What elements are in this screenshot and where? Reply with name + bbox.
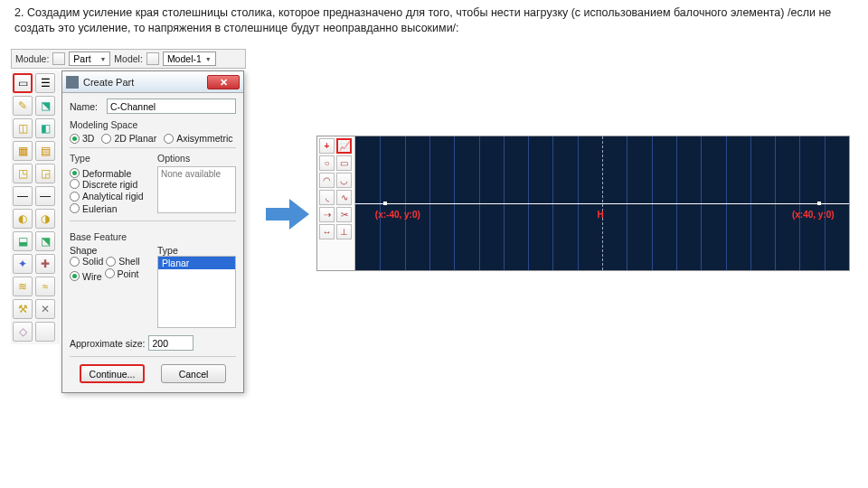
- tool-btn[interactable]: ≋: [13, 277, 33, 296]
- model-label: Model:: [114, 53, 143, 64]
- tool-btn[interactable]: ◳: [13, 164, 33, 183]
- spline-tool[interactable]: ∿: [336, 190, 352, 205]
- circle-tool[interactable]: ○: [319, 155, 335, 171]
- line-tool[interactable]: 📈: [336, 138, 352, 154]
- radio-analytical-rigid[interactable]: Analytical rigid: [70, 191, 144, 202]
- radio-deformable[interactable]: Deformable: [70, 168, 131, 179]
- tool-btn[interactable]: ⬔: [35, 96, 55, 116]
- radio-axisymmetric[interactable]: Axisymmetric: [164, 133, 232, 144]
- dialog-title: Create Part: [83, 77, 207, 88]
- continue-button[interactable]: Continue...: [80, 364, 145, 383]
- tool-btn[interactable]: ◇: [13, 322, 33, 342]
- tool-btn[interactable]: ◲: [35, 164, 55, 183]
- type2-label: Type: [157, 245, 236, 256]
- shape-label: Shape: [70, 245, 148, 256]
- part-manager-button[interactable]: ☰: [35, 73, 55, 93]
- tool-btn[interactable]: ✦: [13, 254, 33, 274]
- endpoint-left: [383, 202, 387, 205]
- radio-3d[interactable]: 3D: [70, 133, 94, 144]
- radio-solid[interactable]: Solid: [70, 256, 103, 267]
- tool-btn[interactable]: ✎: [13, 96, 33, 116]
- module-value: Part: [73, 53, 90, 64]
- radio-2d-planar[interactable]: 2D Planar: [101, 133, 156, 144]
- constraint-tool[interactable]: ⊥: [336, 224, 352, 239]
- tool-btn[interactable]: ✚: [35, 254, 55, 274]
- dialog-icon: [66, 76, 79, 89]
- options-box: None available: [157, 166, 236, 213]
- radio-wire[interactable]: Wire: [70, 271, 102, 282]
- tool-btn[interactable]: —: [13, 186, 33, 206]
- wire-line: [355, 203, 849, 204]
- sketch-canvas[interactable]: (x:-40, y:0) (x:40, y:0) H: [355, 136, 849, 270]
- base-feature-label: Base Feature: [70, 231, 236, 242]
- tool-btn[interactable]: ⬓: [13, 231, 33, 251]
- tool-btn[interactable]: ◐: [13, 209, 33, 229]
- radio-point[interactable]: Point: [105, 268, 139, 279]
- endpoint-right: [817, 202, 821, 205]
- cancel-button[interactable]: Cancel: [161, 364, 226, 383]
- type-list[interactable]: Planar: [157, 256, 236, 328]
- offset-tool[interactable]: ⇢: [319, 207, 335, 222]
- tool-btn[interactable]: ⚒: [13, 299, 33, 319]
- tool-btn[interactable]: ◑: [35, 209, 55, 229]
- radio-eulerian[interactable]: Eulerian: [70, 203, 118, 214]
- name-label: Name:: [70, 101, 102, 112]
- tool-btn[interactable]: ◫: [13, 118, 33, 138]
- module-select[interactable]: Part▼: [69, 52, 110, 66]
- fillet-tool[interactable]: ◟: [319, 190, 335, 205]
- model-value: Model-1: [167, 53, 202, 64]
- h-constraint: H: [598, 210, 604, 220]
- chevron-down-icon: ▼: [205, 56, 212, 62]
- modeling-space-label: Modeling Space: [70, 119, 236, 130]
- create-part-button[interactable]: ▭: [13, 73, 33, 93]
- approx-size-input[interactable]: [148, 335, 193, 351]
- rect-tool[interactable]: ▭: [336, 155, 352, 171]
- part-toolbox: ▭☰ ✎⬔ ◫◧ ▦▤ ◳◲ —— ◐◑ ⬓⬔ ✦✚ ≋≈ ⚒✕ ◇: [11, 70, 60, 344]
- tool-btn[interactable]: ⬔: [35, 231, 55, 251]
- module-label: Module:: [15, 53, 49, 64]
- model-select[interactable]: Model-1▼: [163, 52, 216, 66]
- create-part-dialog: Create Part ✕ Name: Modeling Space 3D 2D…: [61, 70, 244, 393]
- instruction-text: 2. Создадим усиление края столешницы сто…: [14, 5, 854, 36]
- tool-btn[interactable]: ▤: [35, 141, 55, 161]
- model-icon: [146, 52, 159, 65]
- arrow-icon: [266, 199, 309, 230]
- radio-discrete-rigid[interactable]: Discrete rigid: [70, 179, 137, 190]
- approx-size-label: Approximate size:: [70, 338, 145, 349]
- tool-btn[interactable]: ≈: [35, 277, 55, 296]
- close-button[interactable]: ✕: [207, 75, 240, 89]
- name-input[interactable]: [107, 99, 236, 114]
- point-tool[interactable]: +: [319, 138, 335, 154]
- tool-btn[interactable]: ▦: [13, 141, 33, 161]
- abaqus-panel: Module: Part▼ Model: Model-1▼ ▭☰ ✎⬔ ◫◧ ▦…: [11, 49, 246, 465]
- tool-btn[interactable]: [35, 322, 55, 342]
- sketcher-panel: +📈 ○▭ ◠◡ ◟∿ ⇢✂ ↔⊥ (x:-40, y:0) (x:40, y:…: [316, 136, 850, 271]
- type-label: Type: [70, 153, 148, 164]
- module-icon: [52, 52, 65, 65]
- tool-btn[interactable]: —: [35, 186, 55, 206]
- dim-tool[interactable]: ↔: [319, 224, 335, 239]
- radio-shell[interactable]: Shell: [106, 256, 139, 267]
- module-toolbar: Module: Part▼ Model: Model-1▼: [11, 49, 246, 69]
- options-label: Options: [157, 153, 236, 164]
- coord-right: (x:40, y:0): [792, 210, 835, 220]
- dialog-titlebar[interactable]: Create Part ✕: [62, 71, 243, 93]
- arc2-tool[interactable]: ◡: [336, 173, 352, 188]
- tool-btn[interactable]: ◧: [35, 118, 55, 138]
- trim-tool[interactable]: ✂: [336, 207, 352, 222]
- coord-left: (x:-40, y:0): [375, 210, 420, 220]
- type-planar[interactable]: Planar: [158, 257, 235, 269]
- chevron-down-icon: ▼: [99, 56, 106, 62]
- tool-btn[interactable]: ✕: [35, 299, 55, 319]
- sketch-toolbox: +📈 ○▭ ◠◡ ◟∿ ⇢✂ ↔⊥: [317, 136, 355, 270]
- arc-tool[interactable]: ◠: [319, 173, 335, 188]
